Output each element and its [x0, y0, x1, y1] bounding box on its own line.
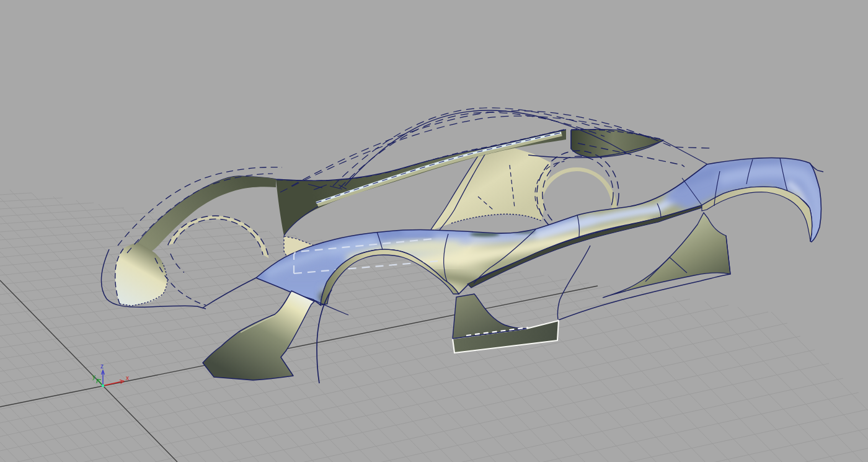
svg-text:y: y: [92, 373, 95, 380]
svg-text:x: x: [126, 375, 129, 381]
svg-text:z: z: [100, 363, 104, 370]
